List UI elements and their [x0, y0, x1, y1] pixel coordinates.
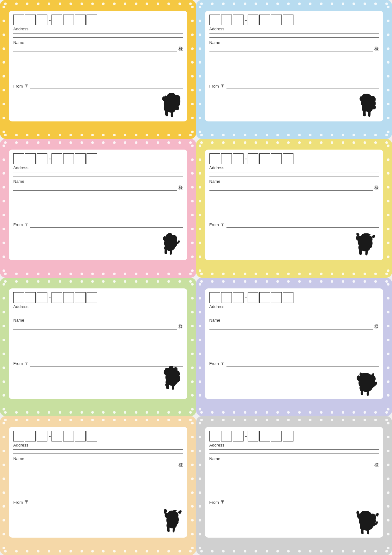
dot-decoration	[255, 134, 257, 136]
dot-decoration	[26, 273, 28, 275]
dot-decoration	[191, 269, 194, 272]
dot-decoration	[199, 256, 201, 258]
dot-decoration	[387, 20, 389, 22]
dot-decoration	[3, 61, 5, 64]
postal-box-2	[25, 431, 36, 441]
dot-border-left	[1, 139, 6, 278]
dot-decoration	[199, 61, 201, 64]
dot-decoration	[309, 3, 311, 5]
dot-decoration	[91, 550, 94, 552]
dot-decoration	[364, 550, 366, 552]
dot-decoration	[387, 89, 389, 91]
dot-decoration	[387, 519, 389, 521]
dot-decoration	[387, 367, 389, 369]
name-label: Name	[209, 179, 379, 184]
dot-decoration	[191, 145, 194, 147]
dot-decoration	[342, 273, 344, 275]
dot-decoration	[146, 419, 148, 421]
dot-decoration	[191, 200, 194, 202]
dot-decoration	[59, 411, 61, 414]
dot-decoration	[167, 273, 170, 275]
postal-box-2	[25, 292, 36, 303]
dot-decoration	[387, 117, 389, 119]
from-text: From	[13, 361, 23, 366]
dot-decoration	[135, 419, 137, 421]
postal-box-6	[75, 153, 86, 164]
dot-decoration	[266, 419, 268, 421]
dot-decoration	[266, 134, 268, 136]
dot-decoration	[3, 158, 5, 161]
postal-box-1	[13, 15, 24, 25]
dot-decoration	[167, 550, 170, 552]
dot-decoration	[91, 411, 94, 414]
address-line-2	[209, 453, 379, 454]
dot-decoration	[15, 141, 18, 144]
dot-decoration	[266, 280, 268, 283]
postal-symbol: 〒	[221, 499, 225, 505]
dot-decoration	[157, 411, 159, 414]
postal-row: -	[13, 292, 183, 303]
dot-decoration	[199, 478, 201, 480]
dog-silhouette-labrador	[159, 232, 184, 258]
dot-decoration	[200, 411, 203, 414]
dot-decoration	[191, 172, 194, 175]
svg-point-4	[172, 383, 175, 386]
from-row: From 〒	[13, 470, 183, 534]
postal-symbol: 〒	[221, 361, 225, 367]
dot-decoration	[102, 134, 105, 136]
dot-border-left	[197, 139, 202, 278]
card-inner-8: - Address Name 様 From	[205, 427, 383, 538]
name-label: Name	[209, 318, 379, 323]
address-line-2	[209, 315, 379, 315]
dot-decoration	[3, 353, 5, 355]
dog-silhouette-poodle	[160, 366, 184, 397]
dot-decoration	[287, 280, 290, 283]
sama-label: 様	[374, 185, 379, 191]
dot-border-right	[190, 278, 195, 416]
dot-decoration	[309, 550, 311, 552]
postal-box-5	[63, 15, 74, 25]
dot-decoration	[124, 411, 126, 414]
dot-decoration	[191, 547, 194, 549]
dot-border-top	[0, 417, 196, 422]
dot-decoration	[102, 419, 105, 421]
dot-decoration	[233, 3, 235, 5]
dot-decoration	[385, 134, 388, 136]
dot-decoration	[124, 134, 126, 136]
dot-decoration	[37, 419, 39, 421]
dot-decoration	[3, 200, 5, 202]
dot-decoration	[199, 20, 201, 22]
dot-decoration	[191, 20, 194, 22]
address-line-1	[209, 449, 379, 450]
dot-decoration	[48, 419, 50, 421]
name-line-row: 様	[13, 323, 183, 330]
postal-symbol: 〒	[25, 83, 29, 89]
name-line	[13, 184, 177, 191]
address-label: Address	[209, 27, 379, 31]
dot-decoration	[146, 3, 148, 5]
dot-decoration	[364, 134, 366, 136]
dot-decoration	[15, 550, 18, 552]
dot-decoration	[255, 411, 257, 414]
dot-decoration	[331, 419, 333, 421]
card-inner-7: - Address Name 様 From	[9, 427, 187, 538]
dot-decoration	[3, 131, 5, 133]
postal-row: -	[13, 153, 183, 164]
dot-decoration	[4, 141, 7, 144]
dot-decoration	[276, 419, 279, 421]
address-label: Address	[13, 165, 183, 170]
dot-decoration	[3, 256, 5, 258]
postal-box-1	[13, 153, 24, 164]
dot-decoration	[276, 550, 279, 552]
name-label: Name	[13, 179, 183, 184]
dot-decoration	[15, 134, 18, 136]
dot-decoration	[191, 6, 194, 8]
dot-decoration	[200, 273, 203, 275]
dot-decoration	[135, 141, 137, 144]
dot-decoration	[287, 141, 290, 144]
dot-decoration	[3, 117, 5, 119]
label-card-8: - Address Name 様 From	[196, 416, 392, 555]
dot-decoration	[59, 134, 61, 136]
svg-point-0	[165, 368, 169, 372]
dot-decoration	[342, 419, 344, 421]
